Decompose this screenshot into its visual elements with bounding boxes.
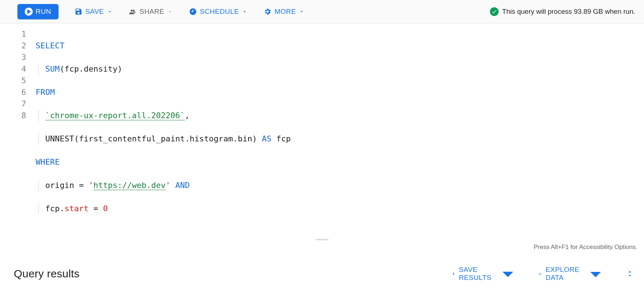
save-label: SAVE	[85, 8, 104, 16]
share-label: SHARE	[140, 8, 164, 16]
punct: (	[60, 64, 64, 73]
punct: =	[89, 204, 103, 213]
run-label: RUN	[36, 8, 51, 16]
punct: (	[74, 134, 79, 143]
number: 0	[103, 204, 108, 213]
clock-icon	[189, 8, 197, 16]
line-number: 4	[0, 63, 26, 75]
line-number: 2	[0, 40, 26, 52]
more-button[interactable]: MORE	[263, 8, 305, 16]
query-toolbar: RUN SAVE SHARE SCHEDULE MORE This query …	[0, 0, 644, 23]
line-number: 8	[0, 110, 26, 121]
function: SUM	[45, 64, 60, 73]
keyword: WHERE	[36, 157, 60, 166]
check-icon	[490, 7, 499, 16]
explore-data-label: EXPLORE DATA	[546, 266, 579, 282]
ident: origin	[45, 181, 74, 190]
save-results-button[interactable]: SAVE RESULTS	[452, 261, 521, 287]
chevron-down-icon	[167, 9, 173, 15]
results-title: Query results	[14, 268, 80, 280]
chevron-down-icon	[107, 9, 113, 15]
pane-resize-handle[interactable]	[0, 238, 644, 241]
share-icon	[129, 8, 137, 16]
keyword: AS	[262, 134, 272, 143]
editor-hint: Press Alt+F1 for Accessibility Options.	[0, 241, 644, 253]
punct: )	[252, 134, 257, 143]
keyword: FROM	[36, 88, 55, 97]
line-number: 7	[0, 98, 26, 110]
ident: density	[84, 64, 118, 73]
punct: =	[74, 181, 89, 190]
line-gutter: 1 2 3 4 5 6 7 8	[0, 23, 33, 238]
save-button[interactable]: SAVE	[75, 8, 113, 16]
expand-collapse-button[interactable]	[627, 269, 633, 278]
line-number: 3	[0, 52, 26, 63]
status-text: This query will process 93.89 GB when ru…	[502, 8, 635, 16]
punct: ,	[185, 111, 190, 120]
explore-data-button[interactable]: EXPLORE DATA	[539, 261, 608, 287]
chart-icon	[539, 270, 542, 278]
play-icon	[25, 8, 33, 16]
string: '	[89, 181, 93, 190]
code-area[interactable]: SELECT SUM(fcp.density) FROM `chrome-ux-…	[33, 23, 644, 238]
table-ref: `chrome-ux-report.all.202206`	[45, 111, 185, 120]
ident: fcp	[45, 204, 60, 213]
chevron-up-icon	[627, 269, 633, 274]
keyword: SELECT	[36, 41, 64, 50]
chevron-down-icon	[495, 261, 521, 287]
chevron-down-icon	[242, 9, 247, 15]
string: '	[166, 181, 170, 190]
ident: fcp	[65, 64, 79, 73]
run-button[interactable]: RUN	[17, 4, 59, 19]
punct: .	[79, 64, 84, 73]
line-number: 1	[0, 28, 26, 40]
more-label: MORE	[274, 8, 296, 16]
line-number: 5	[0, 75, 26, 87]
line-number: 6	[0, 87, 26, 98]
download-icon	[452, 270, 455, 278]
ident: fcp	[276, 134, 291, 143]
punct: )	[117, 64, 122, 73]
save-icon	[75, 8, 82, 16]
keyword: AND	[175, 181, 190, 190]
query-status: This query will process 93.89 GB when ru…	[490, 7, 635, 16]
string: https://web.dev	[93, 181, 166, 190]
punct: .	[60, 204, 64, 213]
chevron-down-icon	[627, 274, 633, 278]
share-button[interactable]: SHARE	[129, 8, 173, 16]
chevron-down-icon	[299, 9, 305, 15]
ident: start	[65, 204, 89, 213]
gear-icon	[263, 8, 271, 16]
save-results-label: SAVE RESULTS	[459, 266, 492, 282]
chevron-down-icon	[583, 261, 608, 287]
results-header: Query results SAVE RESULTS EXPLORE DATA	[0, 253, 644, 293]
schedule-button[interactable]: SCHEDULE	[189, 8, 247, 16]
ident: first_contentful_paint.histogram.bin	[79, 134, 252, 143]
schedule-label: SCHEDULE	[200, 8, 239, 16]
function: UNNEST	[45, 134, 74, 143]
sql-editor[interactable]: 1 2 3 4 5 6 7 8 SELECT SUM(fcp.density) …	[0, 23, 644, 238]
